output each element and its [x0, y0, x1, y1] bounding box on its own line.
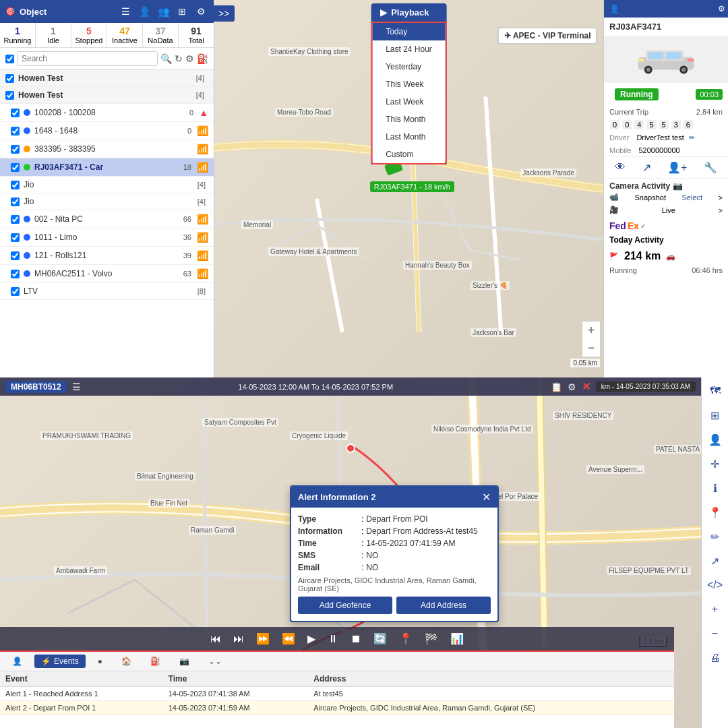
- vehicle-item[interactable]: 1011 - Limo 36 📶: [0, 229, 214, 247]
- list-icon[interactable]: ☰: [118, 4, 133, 19]
- grid-icon[interactable]: ⊞: [704, 404, 726, 426]
- vehicle-checkbox[interactable]: [11, 251, 20, 260]
- tool-icon[interactable]: 🔧: [704, 161, 717, 174]
- location-btn[interactable]: 📍: [396, 631, 415, 646]
- pause-btn[interactable]: ⏸: [325, 632, 341, 646]
- vehicle-checkbox[interactable]: [11, 198, 20, 206]
- playback-custom[interactable]: Custom: [372, 146, 446, 163]
- settings-icon[interactable]: ⚙: [568, 382, 576, 392]
- tab-more[interactable]: ⌄⌄: [202, 655, 229, 668]
- map-icon[interactable]: 🗺: [704, 380, 726, 402]
- grid-icon[interactable]: ⊞: [175, 4, 189, 19]
- vehicle-checkbox[interactable]: [11, 215, 20, 224]
- tab-person[interactable]: 👤: [5, 655, 29, 668]
- group-item[interactable]: Howen Test [4]: [0, 70, 214, 87]
- add-address-btn[interactable]: Add Address: [396, 597, 491, 614]
- playback-lastmonth[interactable]: Last Month: [372, 128, 446, 146]
- tab-camera[interactable]: 📷: [173, 655, 196, 668]
- vehicle-item[interactable]: 121 - Rolls121 39 📶: [0, 247, 214, 265]
- vehicle-checkbox[interactable]: [11, 163, 20, 172]
- filter-icon[interactable]: ⚙: [185, 53, 194, 64]
- settings-icon[interactable]: ⚙: [718, 4, 725, 13]
- tab-fuel[interactable]: ⛽: [144, 655, 167, 668]
- vehicle-item[interactable]: 383395 - 383395 📶: [0, 140, 214, 158]
- playback-header[interactable]: ▶ Playback: [371, 3, 447, 22]
- loop-btn[interactable]: 🔄: [371, 631, 390, 646]
- select-btn[interactable]: Select: [681, 193, 702, 202]
- group-item[interactable]: Howen Test [4]: [0, 87, 214, 104]
- playback-thismonth[interactable]: This Month: [372, 111, 446, 128]
- more-icon[interactable]: ⛽: [197, 53, 208, 64]
- status-nodata[interactable]: 37 NoData: [143, 23, 179, 47]
- refresh-icon[interactable]: ↻: [175, 53, 183, 64]
- fast-forward-btn[interactable]: ⏭: [231, 632, 247, 646]
- group-icon[interactable]: 👥: [156, 4, 171, 19]
- search-icon[interactable]: 🔍: [160, 53, 172, 64]
- share-icon[interactable]: ↗: [704, 550, 726, 572]
- zoom-out-icon[interactable]: −: [704, 623, 726, 644]
- share-icon[interactable]: ↗: [642, 161, 651, 174]
- print-icon[interactable]: 🖨: [704, 647, 726, 669]
- playback-last24[interactable]: Last 24 Hour: [372, 40, 446, 58]
- vehicle-checkbox[interactable]: [11, 270, 20, 278]
- all-checkbox[interactable]: [5, 55, 14, 63]
- vehicle-item[interactable]: MH06AC2511 - Volvo 63 📶: [0, 265, 214, 283]
- rewind-btn[interactable]: ⏪: [279, 631, 298, 646]
- table-row[interactable]: Alert 1 - Reached Address 1 14-05-2023 0…: [0, 687, 674, 701]
- playback-thisweek[interactable]: This Week: [372, 75, 446, 93]
- alert-close-btn[interactable]: ✕: [482, 491, 491, 504]
- vehicle-id-badge[interactable]: MH06BT0512: [5, 381, 67, 393]
- tab-home[interactable]: 🏠: [115, 655, 138, 668]
- status-running[interactable]: 1 Running: [0, 23, 36, 47]
- tab-dot[interactable]: ●: [91, 655, 109, 668]
- edit-icon[interactable]: ✏: [689, 133, 695, 142]
- search-vehicle-input[interactable]: [622, 5, 715, 13]
- play-btn[interactable]: ▶: [305, 631, 318, 646]
- status-idle[interactable]: 1 Idle: [36, 23, 71, 47]
- close-icon[interactable]: ✕: [582, 380, 590, 393]
- skip-back-btn[interactable]: ⏮: [208, 632, 224, 646]
- forward-btn[interactable]: ⏩: [253, 631, 272, 646]
- edit-icon[interactable]: ✏: [704, 526, 726, 547]
- vehicle-item[interactable]: 002 - Nita PC 66 📶: [0, 210, 214, 229]
- status-inactive[interactable]: 47 Inactive: [107, 23, 143, 47]
- playback-lastweek[interactable]: Last Week: [372, 93, 446, 111]
- vehicle-item[interactable]: Jio [4]: [0, 193, 214, 210]
- location-icon[interactable]: 📍: [704, 502, 726, 523]
- group-checkbox[interactable]: [5, 74, 14, 83]
- zoom-in-btn[interactable]: +: [582, 322, 600, 339]
- tab-events[interactable]: ⚡ Events: [34, 655, 86, 668]
- playback-today[interactable]: Today: [372, 23, 446, 40]
- vehicle-item[interactable]: Jio [4]: [0, 177, 214, 193]
- status-stopped[interactable]: 5 Stopped: [71, 23, 107, 47]
- zoom-out-btn[interactable]: −: [582, 339, 600, 357]
- playback-yesterday[interactable]: Yesterday: [372, 58, 446, 75]
- vehicle-checkbox[interactable]: [11, 287, 20, 296]
- vehicle-item[interactable]: LTV [8]: [0, 283, 214, 300]
- chart-btn[interactable]: 📊: [448, 631, 466, 646]
- vehicle-checkbox[interactable]: [11, 109, 20, 117]
- vehicle-item[interactable]: 100208 - 100208 0 ▲: [0, 104, 214, 122]
- person-add-icon[interactable]: 👤+: [667, 161, 687, 174]
- eye-icon[interactable]: 👁: [615, 161, 626, 174]
- vehicle-checkbox[interactable]: [11, 181, 20, 189]
- flag-btn[interactable]: 🏁: [422, 631, 441, 646]
- vehicle-checkbox[interactable]: [11, 127, 20, 135]
- table-row[interactable]: Alert 2 - Depart From POI 1 14-05-2023 0…: [0, 701, 674, 715]
- expand-button[interactable]: >>: [213, 5, 235, 22]
- person-icon[interactable]: 👤: [704, 429, 726, 450]
- zoom-in-icon[interactable]: +: [704, 599, 726, 620]
- vehicle-item[interactable]: 1648 - 1648 0 📶: [0, 122, 214, 140]
- search-input[interactable]: [17, 51, 158, 66]
- info-icon[interactable]: ℹ: [704, 477, 726, 499]
- stop-btn[interactable]: ⏹: [348, 632, 364, 646]
- list-icon[interactable]: ☰: [72, 382, 81, 392]
- person-icon[interactable]: 👤: [137, 4, 152, 19]
- copy-icon[interactable]: 📋: [551, 382, 562, 392]
- group-checkbox[interactable]: [5, 91, 14, 100]
- vehicle-checkbox[interactable]: [11, 233, 20, 242]
- crosshair-icon[interactable]: ✛: [704, 453, 726, 475]
- vehicle-item-selected[interactable]: RJ03AF3471 - Car 18 📶: [0, 158, 214, 177]
- code-icon[interactable]: </>: [704, 574, 726, 596]
- add-geofence-btn[interactable]: Add Geofence: [298, 597, 392, 614]
